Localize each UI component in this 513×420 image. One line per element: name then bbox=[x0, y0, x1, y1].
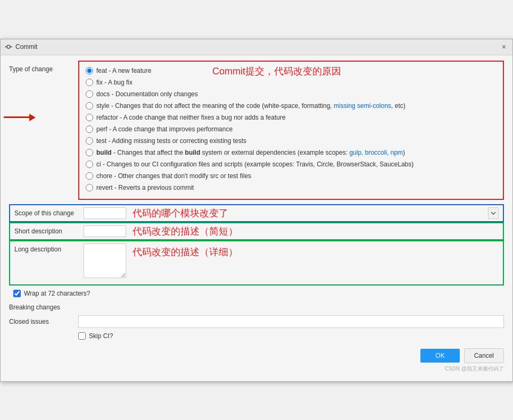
radio-input-ci[interactable] bbox=[86, 161, 93, 168]
titlebar-left: Commit bbox=[5, 43, 37, 51]
radio-input-feat[interactable] bbox=[86, 67, 93, 74]
long-description-textarea[interactable] bbox=[84, 243, 126, 278]
radio-feat[interactable]: feat - A new feature bbox=[86, 66, 497, 75]
radio-ci[interactable]: ci - Changes to our CI configuration fil… bbox=[86, 159, 497, 169]
skip-ci-label: Skip CI? bbox=[89, 332, 113, 340]
radio-input-refactor[interactable] bbox=[86, 114, 93, 121]
wrap-label: Wrap at 72 characters? bbox=[24, 290, 90, 297]
radio-input-chore[interactable] bbox=[86, 172, 93, 180]
closed-issues-row: Closed issues bbox=[9, 315, 504, 328]
arrow-line bbox=[4, 116, 29, 118]
ok-button[interactable]: OK bbox=[420, 349, 459, 363]
radio-refactor[interactable]: refactor - A code change that neither fi… bbox=[86, 113, 497, 122]
long-description-annotation: 代码改变的描述（详细） bbox=[133, 243, 238, 258]
radio-label-docs: docs - Documentation only changes bbox=[96, 89, 198, 99]
arrow-annotation bbox=[4, 114, 36, 121]
chevron-down-icon bbox=[491, 212, 496, 215]
breaking-changes-label: Breaking changes bbox=[9, 304, 78, 311]
short-description-label: Short description bbox=[14, 228, 84, 235]
skip-ci-checkbox[interactable] bbox=[78, 332, 86, 340]
dialog-content: Type of change Commit提交，代码改变的原因 feat - A… bbox=[1, 55, 512, 381]
closed-issues-label: Closed issues bbox=[9, 318, 78, 325]
radio-input-perf[interactable] bbox=[86, 125, 93, 133]
cancel-button[interactable]: Cancel bbox=[464, 348, 504, 363]
type-of-change-box: Commit提交，代码改变的原因 feat - A new feature fi… bbox=[78, 61, 504, 200]
radio-label-style: style - Changes that do not affect the m… bbox=[96, 101, 406, 111]
titlebar: Commit × bbox=[1, 39, 512, 55]
long-description-row: Long description 代码改变的描述（详细） bbox=[9, 240, 504, 285]
radio-input-docs[interactable] bbox=[86, 90, 93, 98]
watermark: CSDN @我又来搬代码了 bbox=[9, 365, 504, 373]
window-title: Commit bbox=[15, 43, 37, 51]
radio-chore[interactable]: chore - Other changes that don't modify … bbox=[86, 171, 497, 181]
radio-label-fix: fix - A bug fix bbox=[96, 78, 133, 87]
wrap-row: Wrap at 72 characters? bbox=[9, 290, 504, 297]
radio-label-build: build - Changes that affect the build sy… bbox=[96, 148, 405, 157]
close-button[interactable]: × bbox=[500, 43, 508, 51]
radio-fix[interactable]: fix - A bug fix bbox=[86, 78, 497, 87]
scope-row: Scope of this change 代码的哪个模块改变了 bbox=[9, 204, 504, 222]
arrow-head bbox=[29, 114, 36, 121]
radio-label-refactor: refactor - A code change that neither fi… bbox=[96, 113, 286, 122]
commit-icon bbox=[5, 43, 12, 51]
skip-ci-row: Skip CI? bbox=[9, 332, 504, 340]
radio-label-perf: perf - A code change that improves perfo… bbox=[96, 124, 233, 134]
wrap-checkbox[interactable] bbox=[13, 290, 21, 297]
radio-input-test[interactable] bbox=[86, 137, 93, 145]
scope-dropdown-button[interactable] bbox=[488, 207, 499, 219]
radio-style[interactable]: style - Changes that do not affect the m… bbox=[86, 101, 497, 111]
radio-revert[interactable]: revert - Reverts a previous commit bbox=[86, 183, 497, 192]
radio-input-build[interactable] bbox=[86, 149, 93, 156]
short-description-input[interactable] bbox=[84, 225, 126, 237]
radio-label-test: test - Adding missing tests or correctin… bbox=[96, 136, 246, 146]
scope-label: Scope of this change bbox=[14, 209, 84, 217]
radio-docs[interactable]: docs - Documentation only changes bbox=[86, 89, 497, 99]
radio-input-fix[interactable] bbox=[86, 79, 93, 86]
short-description-annotation: 代码改变的描述（简短） bbox=[133, 225, 238, 238]
radio-build[interactable]: build - Changes that affect the build sy… bbox=[86, 148, 497, 157]
radio-perf[interactable]: perf - A code change that improves perfo… bbox=[86, 124, 497, 134]
breaking-changes-row: Breaking changes bbox=[9, 304, 504, 311]
radio-test[interactable]: test - Adding missing tests or correctin… bbox=[86, 136, 497, 146]
long-description-label: Long description bbox=[14, 243, 84, 253]
short-description-row: Short description 代码改变的描述（简短） bbox=[9, 222, 504, 240]
type-of-change-label: Type of change bbox=[9, 65, 53, 73]
radio-label-chore: chore - Other changes that don't modify … bbox=[96, 171, 251, 181]
type-of-change-section: Type of change Commit提交，代码改变的原因 feat - A… bbox=[9, 61, 504, 200]
radio-label-ci: ci - Changes to our CI configuration fil… bbox=[96, 159, 413, 169]
radio-input-style[interactable] bbox=[86, 102, 93, 110]
radio-input-revert[interactable] bbox=[86, 184, 93, 191]
radio-options: feat - A new feature fix - A bug fix doc… bbox=[86, 66, 497, 192]
radio-label-revert: revert - Reverts a previous commit bbox=[96, 183, 194, 192]
svg-point-0 bbox=[7, 45, 10, 48]
button-row: OK Cancel bbox=[9, 348, 504, 363]
radio-label-feat: feat - A new feature bbox=[96, 66, 151, 75]
closed-issues-input[interactable] bbox=[78, 315, 504, 328]
commit-dialog: Commit × Type of change Commit提交，代码改变的原因 bbox=[0, 39, 513, 382]
type-of-change-label-container: Type of change bbox=[9, 61, 78, 73]
scope-input[interactable] bbox=[84, 207, 126, 219]
scope-annotation: 代码的哪个模块改变了 bbox=[133, 207, 228, 220]
